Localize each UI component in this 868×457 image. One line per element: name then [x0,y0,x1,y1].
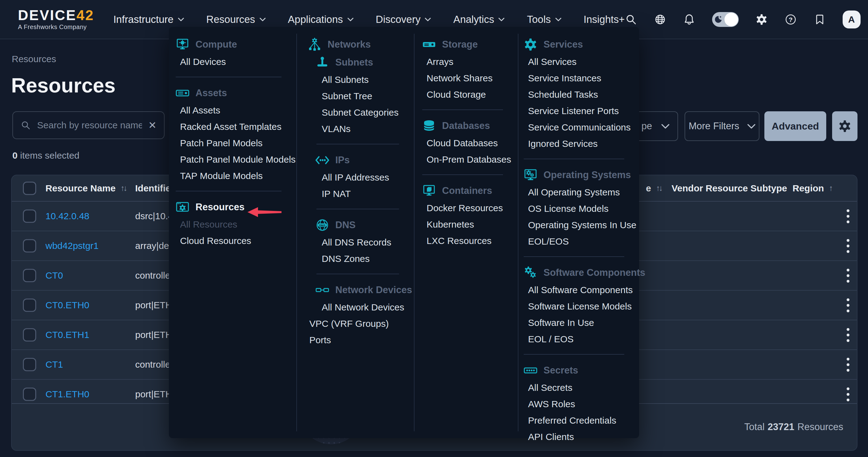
resource-name-link[interactable]: wbd42pstgr1 [45,240,99,251]
menu-item-cloud-storage[interactable]: Cloud Storage [427,86,518,103]
globe-icon[interactable] [654,13,666,26]
resource-name-link[interactable]: 10.42.0.48 [45,211,89,221]
menu-item-scheduled-tasks[interactable]: Scheduled Tasks [528,86,639,103]
row-more-actions-button[interactable] [842,296,854,314]
menu-item-api-clients[interactable]: API Clients [528,429,639,445]
row-more-actions-button[interactable] [842,326,854,344]
notifications-bell-icon[interactable] [683,13,695,26]
menu-item-lxc-resources[interactable]: LXC Resources [427,232,518,249]
row-checkbox[interactable] [23,328,36,342]
menu-item-eol-eos[interactable]: EOL / EOS [528,331,639,347]
menu-item-on-prem-databases[interactable]: On-Prem Databases [427,151,518,168]
column-header-e[interactable]: e↑↓ [646,175,662,201]
row-checkbox[interactable] [23,358,36,371]
menu-section-containers[interactable]: Containers [422,182,518,200]
nav-item-applications[interactable]: Applications [288,13,353,25]
search-icon[interactable] [625,13,637,26]
menu-item-software-license-models[interactable]: Software License Models [528,298,639,315]
column-header-identifier[interactable]: Identifier [135,175,175,201]
menu-section-services[interactable]: Services [524,36,639,54]
menu-item-cloud-resources[interactable]: Cloud Resources [180,232,296,249]
menu-item-os-license-models[interactable]: OS License Models [528,200,639,217]
menu-item-dns-zones[interactable]: DNS Zones [322,251,414,267]
resource-name-link[interactable]: CT0.ETH0 [45,300,89,311]
menu-item-all-services[interactable]: All Services [528,54,639,70]
menu-item-all-dns-records[interactable]: All DNS Records [322,234,414,251]
menu-item-docker-resources[interactable]: Docker Resources [427,200,518,216]
menu-section-compute[interactable]: Compute [176,36,296,54]
column-header-vendor-resource-subtype[interactable]: Vendor Resource Subtype↑↓ [672,175,798,201]
menu-item-all-network-devices[interactable]: All Network Devices [322,299,414,315]
resource-name-link[interactable]: CT0.ETH1 [45,330,89,340]
menu-item-all-software-components[interactable]: All Software Components [528,282,639,298]
row-checkbox[interactable] [23,269,36,282]
column-header-resource-name[interactable]: Resource Name↑↓ [45,175,126,201]
sort-icon[interactable]: ↑ [829,183,832,193]
menu-item-ip-nat[interactable]: IP NAT [322,186,414,202]
menu-section-software-components[interactable]: Software Components [524,264,639,282]
menu-item-all-assets[interactable]: All Assets [180,102,296,119]
menu-section-operating-systems[interactable]: Operating Systems [524,166,639,184]
settings-gear-icon[interactable] [755,13,768,26]
menu-item-eol-eos[interactable]: EOL/EOS [528,233,639,250]
nav-item-infrastructure[interactable]: Infrastructure [113,13,184,25]
clear-search-icon[interactable]: ✕ [148,120,157,130]
menu-item-vlans[interactable]: VLANs [322,121,414,137]
menu-item-subnet-categories[interactable]: Subnet Categories [322,104,414,121]
menu-item-patch-panel-module-models[interactable]: Patch Panel Module Models [180,151,296,168]
menu-item-vpc-vrf-groups[interactable]: VPC (VRF Groups) [309,315,414,332]
sort-icon[interactable]: ↑↓ [656,183,662,193]
user-avatar[interactable]: A [843,10,861,28]
row-checkbox[interactable] [23,239,36,253]
menu-item-preferred-credentials[interactable]: Preferred Credentials [528,412,639,429]
menu-section-storage[interactable]: Storage [422,36,518,54]
row-checkbox[interactable] [23,209,36,223]
menu-item-operating-systems-in-use[interactable]: Operating Systems In Use [528,217,639,233]
menu-item-racked-asset-templates[interactable]: Racked Asset Templates [180,119,296,135]
menu-section-secrets[interactable]: Secrets [524,361,639,380]
row-more-actions-button[interactable] [842,237,854,255]
menu-section-assets[interactable]: Assets [176,84,296,102]
nav-item-resources[interactable]: Resources [206,13,266,25]
menu-item-software-in-use[interactable]: Software In Use [528,315,639,331]
row-checkbox[interactable] [23,299,36,312]
menu-item-all-secrets[interactable]: All Secrets [528,380,639,396]
search-input[interactable] [36,120,143,131]
menu-item-tap-module-models[interactable]: TAP Module Models [180,168,296,184]
select-all-checkbox[interactable] [23,182,36,195]
nav-item-discovery[interactable]: Discovery [376,13,431,25]
menu-item-network-shares[interactable]: Network Shares [427,70,518,86]
menu-item-arrays[interactable]: Arrays [427,54,518,70]
bookmark-icon[interactable] [813,13,826,26]
column-header-region[interactable]: Region↑ [793,175,832,201]
brand-logo[interactable]: DEVICE42 A Freshworks Company [18,8,94,31]
advanced-button[interactable]: Advanced [764,111,826,141]
nav-item-analytics[interactable]: Analytics [453,13,504,25]
menu-item-all-subnets[interactable]: All Subnets [322,71,414,88]
menu-section-dns[interactable]: DNSDNS [315,216,414,234]
menu-item-service-communications[interactable]: Service Communications [528,119,639,135]
menu-section-networks[interactable]: Networks [308,36,414,54]
menu-item-ignored-services[interactable]: Ignored Services [528,135,639,152]
menu-item-ports[interactable]: Ports [309,332,414,348]
menu-item-kubernetes[interactable]: Kubernetes [427,216,518,232]
menu-item-service-instances[interactable]: Service Instances [528,70,639,86]
resource-name-link[interactable]: CT0 [45,270,63,281]
nav-item-tools[interactable]: Tools [527,13,561,25]
row-more-actions-button[interactable] [842,386,854,403]
menu-item-all-devices[interactable]: All Devices [180,54,296,70]
table-settings-button[interactable] [832,111,858,141]
theme-toggle[interactable] [712,12,739,27]
help-icon[interactable]: ? [784,13,797,26]
menu-section-network-devices[interactable]: Network Devices [315,281,414,299]
menu-item-all-operating-systems[interactable]: All Operating Systems [528,184,639,200]
menu-item-cloud-databases[interactable]: Cloud Databases [427,135,518,151]
more-filters-button[interactable]: More Filters [685,111,760,141]
row-more-actions-button[interactable] [842,207,854,225]
menu-item-all-ip-addresses[interactable]: All IP Addresses [322,169,414,186]
nav-item-insights[interactable]: Insights+ [584,13,625,25]
menu-item-patch-panel-models[interactable]: Patch Panel Models [180,135,296,151]
row-more-actions-button[interactable] [842,267,854,284]
menu-item-service-listener-ports[interactable]: Service Listener Ports [528,103,639,119]
menu-item-subnet-tree[interactable]: Subnet Tree [322,88,414,104]
